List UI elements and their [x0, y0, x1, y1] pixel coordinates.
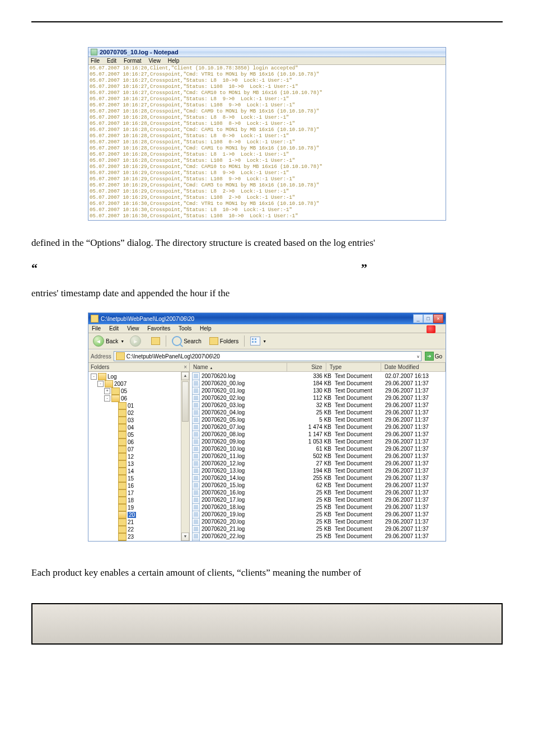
- file-row[interactable]: 20070620_03.log32 KBText Document29.06.2…: [190, 402, 446, 409]
- file-row[interactable]: 20070620_04.log25 KBText Document29.06.2…: [190, 409, 446, 416]
- tree-label: 06: [128, 439, 134, 445]
- file-row[interactable]: 20070620_14.log255 KBText Document29.06.…: [190, 474, 446, 482]
- file-row[interactable]: 20070620_23.log25 KBText Document29.06.2…: [190, 540, 446, 541]
- tree-node[interactable]: 18: [91, 497, 188, 504]
- ex-menu-tools[interactable]: Tools: [179, 325, 191, 332]
- notepad-content[interactable]: 05.07.2007 10:16:20,Client,"Client (10.1…: [88, 65, 446, 220]
- tree-node[interactable]: 20: [91, 511, 188, 519]
- tree-node[interactable]: 14: [91, 468, 188, 475]
- menu-edit[interactable]: Edit: [107, 58, 116, 64]
- search-button[interactable]: Search: [170, 335, 204, 347]
- file-row[interactable]: 20070620_17.log25 KBText Document29.06.2…: [190, 496, 446, 503]
- expand-icon[interactable]: +: [104, 388, 110, 394]
- tree-node[interactable]: 12: [91, 453, 188, 460]
- file-row[interactable]: 20070620_07.log1 474 KBText Document29.0…: [190, 423, 446, 431]
- file-name: 20070620_18.log: [202, 504, 298, 510]
- col-date[interactable]: Date Modified: [381, 363, 446, 371]
- file-row[interactable]: 20070620_12.log27 KBText Document29.06.2…: [190, 460, 446, 467]
- tree-node[interactable]: 19: [91, 504, 188, 511]
- tree-scrollbar[interactable]: ▲ ▼: [181, 372, 189, 541]
- collapse-icon[interactable]: -: [104, 395, 110, 402]
- scroll-down-button[interactable]: ▼: [181, 533, 189, 541]
- tree-node[interactable]: 04: [91, 424, 188, 431]
- go-button[interactable]: ➔ Go: [424, 352, 443, 361]
- chevron-down-icon[interactable]: ▼: [263, 339, 266, 343]
- column-headers[interactable]: Name Size Type Date Modified: [190, 363, 446, 372]
- tree-node[interactable]: 13: [91, 460, 188, 468]
- views-button[interactable]: ▼: [248, 336, 269, 346]
- file-row[interactable]: 20070620_08.log1 147 KBText Document29.0…: [190, 431, 446, 438]
- tree-node[interactable]: +05: [91, 388, 188, 395]
- file-row[interactable]: 20070620_15.log62 KBText Document29.06.2…: [190, 482, 446, 489]
- tree-node[interactable]: 17: [91, 489, 188, 497]
- tree-node[interactable]: 22: [91, 526, 188, 533]
- ex-menu-view[interactable]: View: [127, 325, 139, 332]
- tree-node[interactable]: 07: [91, 446, 188, 453]
- menu-format[interactable]: Format: [124, 58, 142, 64]
- notepad-menubar[interactable]: File Edit Format View Help: [88, 57, 446, 65]
- address-dropdown-icon[interactable]: v: [417, 354, 419, 358]
- scroll-up-button[interactable]: ▲: [181, 372, 189, 380]
- tree-node[interactable]: 21: [91, 519, 188, 526]
- scroll-track[interactable]: [181, 380, 189, 533]
- file-row[interactable]: 20070620_13.log194 KBText Document29.06.…: [190, 467, 446, 474]
- file-row[interactable]: 20070620_05.log5 KBText Document29.06.20…: [190, 416, 446, 423]
- ex-menu-file[interactable]: File: [92, 325, 101, 332]
- file-row[interactable]: 20070620_10.log61 KBText Document29.06.2…: [190, 445, 446, 452]
- col-name[interactable]: Name: [190, 363, 287, 371]
- up-button[interactable]: [149, 337, 162, 346]
- file-size: 25 KB: [298, 409, 335, 416]
- file-row[interactable]: 20070620_16.log25 KBText Document29.06.2…: [190, 489, 446, 496]
- menu-help[interactable]: Help: [168, 58, 180, 64]
- folder-icon: [118, 497, 127, 504]
- tree-node[interactable]: -Log: [91, 373, 188, 380]
- file-row[interactable]: 20070620_00.log184 KBText Document29.06.…: [190, 380, 446, 387]
- file-row[interactable]: 20070620_22.log25 KBText Document29.06.2…: [190, 533, 446, 540]
- file-type: Text Document: [335, 504, 385, 510]
- tree-node[interactable]: 05: [91, 431, 188, 438]
- file-rows[interactable]: 20070620.log336 KBText Document02.07.200…: [190, 372, 446, 541]
- tree-node[interactable]: 03: [91, 417, 188, 424]
- file-row[interactable]: 20070620_18.log25 KBText Document29.06.2…: [190, 503, 446, 511]
- close-button[interactable]: ×: [433, 314, 443, 323]
- tree-node[interactable]: -06: [91, 395, 188, 402]
- menu-view[interactable]: View: [148, 58, 161, 64]
- col-size[interactable]: Size: [287, 363, 326, 371]
- ex-menu-edit[interactable]: Edit: [109, 325, 119, 332]
- folders-pane-close[interactable]: ×: [184, 364, 187, 370]
- maximize-button[interactable]: □: [423, 314, 433, 323]
- menu-file[interactable]: File: [91, 58, 100, 64]
- tree-node[interactable]: 15: [91, 475, 188, 482]
- back-button[interactable]: ◄ Back ▼: [91, 335, 127, 347]
- tree-node[interactable]: 16: [91, 482, 188, 489]
- chevron-down-icon[interactable]: ▼: [120, 339, 124, 343]
- minimize-button[interactable]: _: [413, 314, 423, 323]
- file-row[interactable]: 20070620_02.log112 KBText Document29.06.…: [190, 394, 446, 402]
- explorer-menubar[interactable]: File Edit View Favorites Tools Help: [88, 324, 446, 333]
- scroll-thumb[interactable]: [182, 381, 189, 422]
- folders-button[interactable]: Folders: [207, 337, 241, 346]
- ex-menu-favorites[interactable]: Favorites: [147, 325, 170, 332]
- file-row[interactable]: 20070620.log336 KBText Document02.07.200…: [190, 372, 446, 380]
- file-row[interactable]: 20070620_09.log1 053 KBText Document29.0…: [190, 438, 446, 445]
- collapse-icon[interactable]: -: [91, 374, 97, 380]
- forward-button[interactable]: ►: [130, 335, 141, 347]
- file-row[interactable]: 20070620_01.log130 KBText Document29.06.…: [190, 387, 446, 394]
- col-type[interactable]: Type: [326, 363, 381, 371]
- tree-node[interactable]: 01: [91, 402, 188, 409]
- ex-menu-help[interactable]: Help: [200, 325, 212, 332]
- tree-node[interactable]: -2007: [91, 380, 188, 388]
- folder-tree[interactable]: -Log-2007+05-060102030405060712131415161…: [88, 372, 189, 541]
- file-row[interactable]: 20070620_21.log25 KBText Document29.06.2…: [190, 525, 446, 533]
- collapse-icon[interactable]: -: [97, 381, 104, 387]
- file-row[interactable]: 20070620_11.log502 KBText Document29.06.…: [190, 452, 446, 460]
- tree-node[interactable]: 23: [91, 533, 188, 540]
- file-row[interactable]: 20070620_19.log25 KBText Document29.06.2…: [190, 511, 446, 518]
- address-field[interactable]: C:\Inetpub\WebPanel\Log\2007\06\20 v: [114, 351, 421, 361]
- explorer-titlebar[interactable]: C:\Inetpub\WebPanel\Log\2007\06\20 _ □ ×: [88, 313, 446, 324]
- file-row[interactable]: 20070620_20.log25 KBText Document29.06.2…: [190, 518, 446, 525]
- tree-node[interactable]: 24: [91, 540, 188, 541]
- tree-node[interactable]: 06: [91, 438, 188, 446]
- notepad-titlebar[interactable]: 20070705_10.log - Notepad: [88, 48, 446, 57]
- tree-node[interactable]: 02: [91, 409, 188, 417]
